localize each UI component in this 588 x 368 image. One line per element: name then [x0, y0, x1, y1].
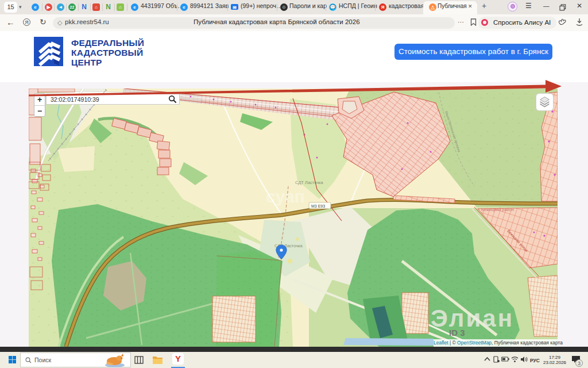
svg-text:Элиан: Элиан — [431, 305, 514, 332]
svg-text:ID 3: ID 3 — [449, 328, 465, 338]
svg-text:М3 Е93: М3 Е93 — [311, 204, 325, 208]
svg-text:Бежицкий район: Бежицкий район — [481, 207, 514, 212]
svg-text:СДТ Ласточка: СДТ Ласточка — [295, 180, 324, 185]
svg-text:суап: суап — [266, 187, 305, 206]
